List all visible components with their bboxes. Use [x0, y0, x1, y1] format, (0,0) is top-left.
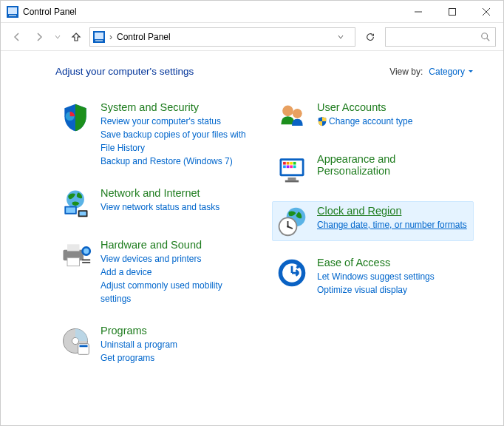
printer-icon	[59, 239, 92, 271]
category-title[interactable]: System and Security	[101, 101, 253, 113]
category-link[interactable]: View network status and tasks	[101, 200, 253, 214]
svg-rect-38	[290, 162, 293, 165]
svg-rect-4	[449, 8, 456, 15]
svg-point-10	[482, 33, 488, 38]
category-link[interactable]: Save backup copies of your files with Fi…	[101, 128, 253, 155]
category-grid: System and Security Review your computer…	[55, 98, 474, 368]
chevron-down-icon	[468, 69, 474, 75]
category-link[interactable]: Add a device	[101, 266, 253, 279]
category-title[interactable]: Appearance and Personalization	[317, 153, 470, 177]
category-title[interactable]: User Accounts	[317, 101, 470, 113]
category-system-security[interactable]: System and Security Review your computer…	[55, 98, 257, 172]
svg-rect-36	[283, 162, 286, 165]
refresh-button[interactable]	[360, 27, 381, 47]
category-link[interactable]: View devices and printers	[101, 252, 253, 266]
svg-rect-17	[80, 212, 86, 216]
svg-line-11	[487, 38, 490, 41]
address-bar[interactable]: › Control Panel	[89, 27, 355, 47]
svg-rect-42	[290, 166, 293, 169]
navigation-toolbar: › Control Panel	[1, 23, 503, 51]
category-link[interactable]: Let Windows suggest settings	[317, 270, 470, 283]
window-buttons	[401, 1, 503, 23]
category-link[interactable]: Get programs	[101, 351, 253, 365]
svg-rect-19	[67, 244, 80, 251]
globe-icon	[59, 187, 92, 220]
svg-point-27	[72, 337, 78, 344]
breadcrumb[interactable]: Control Panel	[117, 32, 333, 42]
category-link[interactable]: Uninstall a program	[101, 338, 253, 351]
category-ease-of-access[interactable]: Ease of Access Let Windows suggest setti…	[272, 253, 474, 300]
view-by-selector[interactable]: Category	[429, 67, 474, 77]
category-link[interactable]: Adjust commonly used mobility settings	[101, 279, 253, 305]
clock-globe-icon	[276, 205, 308, 237]
category-link[interactable]: Change account type	[317, 115, 470, 128]
svg-rect-2	[9, 15, 16, 16]
svg-rect-9	[95, 40, 103, 41]
svg-point-30	[282, 106, 293, 117]
window-title: Control Panel	[23, 7, 401, 17]
category-appearance[interactable]: Appearance and Personalization	[272, 149, 474, 189]
category-programs[interactable]: Programs Uninstall a program Get program…	[55, 321, 257, 368]
category-link[interactable]: Optimize visual display	[317, 283, 470, 297]
category-clock-region[interactable]: Clock and Region Change date, time, or n…	[272, 201, 474, 241]
category-title[interactable]: Hardware and Sound	[101, 239, 253, 251]
content-area: Adjust your computer's settings View by:…	[1, 51, 503, 425]
back-button[interactable]	[8, 28, 26, 46]
svg-rect-29	[80, 345, 88, 348]
svg-rect-41	[287, 166, 290, 169]
address-dropdown-icon[interactable]	[337, 33, 352, 41]
svg-rect-23	[82, 260, 90, 261]
svg-rect-35	[285, 180, 299, 183]
svg-point-31	[293, 109, 302, 118]
close-button[interactable]	[469, 1, 503, 23]
titlebar: Control Panel	[1, 1, 503, 23]
category-link[interactable]: Backup and Restore (Windows 7)	[101, 155, 253, 168]
svg-rect-34	[288, 178, 296, 180]
breadcrumb-separator-icon: ›	[109, 32, 112, 42]
svg-rect-43	[293, 166, 296, 169]
category-title[interactable]: Programs	[101, 325, 253, 337]
recent-dropdown[interactable]	[52, 28, 63, 46]
shield-icon	[59, 101, 92, 134]
svg-rect-1	[8, 7, 17, 14]
forward-button[interactable]	[30, 28, 48, 46]
svg-rect-8	[95, 33, 103, 39]
category-link[interactable]: Review your computer's status	[101, 115, 253, 128]
category-network[interactable]: Network and Internet View network status…	[55, 183, 257, 223]
search-input[interactable]	[385, 27, 496, 47]
category-title[interactable]: Ease of Access	[317, 257, 470, 268]
svg-point-22	[84, 248, 89, 254]
ease-of-access-icon	[276, 257, 308, 289]
svg-rect-15	[66, 208, 75, 213]
up-button[interactable]	[67, 28, 85, 46]
maximize-button[interactable]	[435, 1, 469, 23]
search-icon	[480, 32, 491, 42]
category-link[interactable]: Change date, time, or number formats	[317, 218, 470, 231]
minimize-button[interactable]	[401, 1, 435, 23]
disc-icon	[59, 325, 92, 357]
svg-rect-24	[82, 262, 90, 263]
category-title[interactable]: Network and Internet	[101, 187, 253, 199]
users-icon	[276, 101, 308, 134]
view-by-label: View by:	[389, 67, 423, 77]
category-user-accounts[interactable]: User Accounts Change account type	[272, 98, 474, 138]
category-title[interactable]: Clock and Region	[317, 205, 470, 217]
heading-row: Adjust your computer's settings View by:…	[55, 66, 474, 77]
svg-rect-39	[293, 162, 296, 165]
svg-rect-20	[67, 258, 80, 266]
monitor-icon	[276, 153, 308, 186]
page-heading: Adjust your computer's settings	[55, 66, 389, 77]
view-by-value: Category	[429, 67, 465, 77]
svg-rect-40	[283, 166, 286, 169]
category-hardware[interactable]: Hardware and Sound View devices and prin…	[55, 235, 257, 309]
uac-shield-icon	[317, 116, 327, 126]
control-panel-icon	[7, 6, 18, 18]
control-panel-icon	[93, 31, 105, 43]
svg-rect-37	[287, 162, 290, 165]
